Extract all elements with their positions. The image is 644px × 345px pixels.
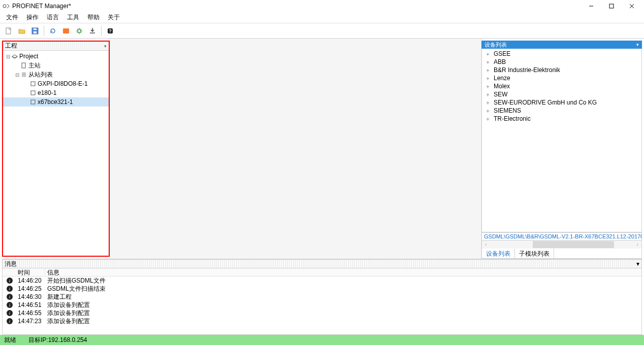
chevron-down-icon: ▾	[104, 44, 107, 49]
svg-rect-8	[34, 28, 37, 30]
message-row[interactable]: i14:46:30新建工程	[3, 293, 641, 301]
device-item[interactable]: ＋TR-Electronic	[482, 115, 641, 123]
expand-icon[interactable]: ＋	[485, 58, 491, 66]
tree-item[interactable]: ⊟从站列表	[3, 70, 109, 79]
settings-icon[interactable]	[74, 25, 85, 37]
tree-item[interactable]: GXPI-DI8DO8-E-1	[3, 79, 109, 88]
status-target-ip: 目标IP:192.168.0.254	[28, 336, 87, 344]
expand-icon[interactable]: ＋	[485, 66, 491, 74]
device-item[interactable]: ＋GSEE	[482, 50, 641, 58]
toolbar-separator	[44, 26, 44, 36]
minimize-button[interactable]	[581, 0, 601, 12]
export-icon[interactable]	[60, 25, 72, 37]
horizontal-scrollbar[interactable]: ‹ ›	[481, 240, 642, 249]
expand-icon[interactable]: ＋	[485, 75, 491, 82]
device-list: ＋GSEE＋ABB＋B&R Industrie-Elektronik＋Lenze…	[481, 49, 642, 232]
device-item[interactable]: ＋SIEMENS	[482, 107, 641, 115]
tab-子模块列表[interactable]: 子模块列表	[515, 249, 554, 258]
message-text: 新建工程	[45, 293, 641, 301]
device-label: Molex	[494, 83, 510, 90]
close-button[interactable]	[622, 0, 642, 12]
message-text: 添加设备到配置	[45, 309, 641, 318]
chevron-down-icon: ▾	[636, 42, 639, 47]
scroll-left-icon[interactable]: ‹	[482, 240, 490, 249]
project-icon	[11, 53, 18, 59]
tree-item[interactable]: 主站	[3, 61, 109, 70]
main-area: 工程 ▾ ⊟Project主站⊟从站列表GXPI-DI8DO8-E-1e180-…	[0, 39, 644, 259]
tree-toggle-icon[interactable]: ⊟	[5, 54, 11, 59]
device-item[interactable]: ＋SEW-EURODRIVE GmbH und Co KG	[482, 98, 641, 107]
device-label: SEW	[494, 91, 507, 98]
tree-item[interactable]: e180-1	[3, 88, 109, 97]
status-bar: 就绪 目标IP:192.168.0.254	[0, 335, 644, 345]
device-label: SEW-EURODRIVE GmbH und Co KG	[494, 99, 597, 106]
tree-header-label: 工程	[5, 42, 104, 50]
download-icon[interactable]	[87, 25, 98, 37]
expand-icon[interactable]: ＋	[485, 91, 491, 98]
device-item[interactable]: ＋ABB	[482, 58, 641, 66]
tree-toggle-icon[interactable]: ⊟	[14, 72, 20, 78]
device-item[interactable]: ＋Lenze	[482, 74, 641, 82]
message-row[interactable]: i14:46:55添加设备到配置	[3, 309, 641, 317]
message-text: 添加设备到配置	[45, 317, 641, 326]
menu-操作[interactable]: 操作	[22, 12, 43, 23]
save-icon[interactable]	[29, 25, 41, 37]
expand-icon[interactable]: ＋	[485, 50, 491, 58]
tab-设备列表[interactable]: 设备列表	[482, 249, 515, 258]
messages-header[interactable]: 消息 ▾	[2, 259, 642, 268]
device-item[interactable]: ＋Molex	[482, 82, 641, 90]
device-icon	[29, 99, 37, 105]
messages-table: 时间 信息 i14:46:20开始扫描GSDML文件i14:46:25GSDML…	[2, 268, 642, 335]
open-folder-icon[interactable]	[16, 25, 27, 37]
svg-rect-5	[6, 28, 11, 34]
device-item[interactable]: ＋B&R Industrie-Elektronik	[482, 66, 641, 74]
message-time: 14:46:51	[17, 301, 45, 308]
device-label: Lenze	[494, 75, 510, 82]
col-time: 时间	[17, 268, 45, 276]
expand-icon[interactable]: ＋	[485, 115, 491, 123]
message-row[interactable]: i14:47:23添加设备到配置	[3, 317, 641, 325]
scroll-thumb[interactable]	[533, 241, 614, 248]
help-icon[interactable]: ?	[105, 25, 116, 37]
scroll-right-icon[interactable]: ›	[633, 240, 641, 249]
status-ready: 就绪	[4, 336, 16, 344]
message-row[interactable]: i14:46:20开始扫描GSDML文件	[3, 277, 641, 285]
refresh-icon[interactable]	[47, 25, 58, 37]
chevron-down-icon: ▾	[636, 260, 639, 267]
message-row[interactable]: i14:46:25GSDML文件扫描结束	[3, 285, 641, 293]
device-list-header-label: 设备列表	[485, 41, 636, 49]
svg-point-10	[78, 29, 81, 32]
device-label: ABB	[494, 58, 506, 65]
info-icon: i	[3, 294, 17, 300]
tree-header[interactable]: 工程 ▾	[3, 42, 109, 51]
window-controls	[581, 0, 642, 12]
menu-工具[interactable]: 工具	[63, 12, 83, 23]
menu-关于[interactable]: 关于	[104, 12, 124, 23]
message-row[interactable]: i14:46:51添加设备到配置	[3, 301, 641, 309]
device-list-header[interactable]: 设备列表 ▾	[481, 41, 642, 49]
tree-item-label: Project	[19, 53, 38, 60]
expand-icon[interactable]: ＋	[485, 99, 491, 107]
menu-文件[interactable]: 文件	[2, 12, 22, 23]
info-icon: i	[3, 302, 17, 308]
toolbar-separator	[101, 26, 102, 36]
maximize-button[interactable]	[601, 0, 622, 12]
list-icon	[20, 72, 27, 78]
app-icon	[2, 2, 10, 10]
svg-rect-17	[31, 82, 35, 86]
device-icon	[29, 81, 37, 87]
new-file-icon[interactable]	[3, 25, 14, 37]
menu-语言[interactable]: 语言	[43, 12, 63, 23]
expand-icon[interactable]: ＋	[485, 107, 491, 115]
menu-帮助[interactable]: 帮助	[83, 12, 104, 23]
tree-item-label: 主站	[28, 61, 41, 70]
tree-item[interactable]: x67bce321-1	[3, 97, 109, 107]
device-item[interactable]: ＋SEW	[482, 90, 641, 98]
tree-item-label: GXPI-DI8DO8-E-1	[38, 80, 88, 87]
tree-item[interactable]: ⊟Project	[3, 52, 109, 61]
svg-rect-13	[22, 63, 25, 68]
expand-icon[interactable]: ＋	[485, 83, 491, 90]
svg-rect-7	[34, 31, 37, 33]
device-label: SIEMENS	[494, 107, 521, 114]
svg-point-0	[3, 5, 6, 8]
